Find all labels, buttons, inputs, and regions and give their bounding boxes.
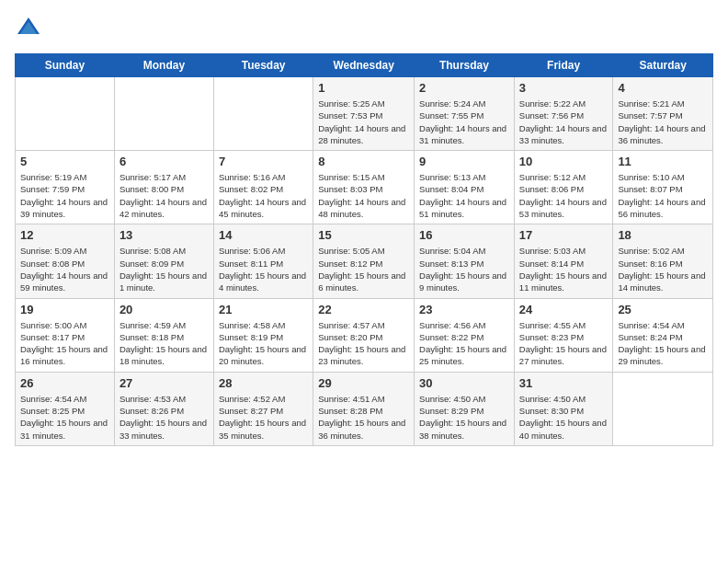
calendar-cell: 3Sunrise: 5:22 AM Sunset: 7:56 PM Daylig… bbox=[514, 77, 613, 151]
cell-info: Sunrise: 5:06 AM Sunset: 8:11 PM Dayligh… bbox=[219, 245, 308, 293]
day-header-saturday: Saturday bbox=[613, 54, 713, 77]
cell-info: Sunrise: 5:16 AM Sunset: 8:02 PM Dayligh… bbox=[219, 171, 308, 220]
calendar-cell bbox=[213, 77, 313, 151]
day-number: 7 bbox=[219, 155, 308, 168]
cell-info: Sunrise: 5:02 AM Sunset: 8:16 PM Dayligh… bbox=[618, 245, 708, 293]
week-row-1: 5Sunrise: 5:19 AM Sunset: 7:59 PM Daylig… bbox=[16, 151, 713, 224]
cell-info: Sunrise: 4:52 AM Sunset: 8:27 PM Dayligh… bbox=[219, 393, 308, 442]
day-header-monday: Monday bbox=[114, 54, 213, 77]
calendar-cell: 17Sunrise: 5:03 AM Sunset: 8:14 PM Dayli… bbox=[514, 224, 613, 298]
day-number: 2 bbox=[419, 81, 509, 95]
cell-info: Sunrise: 5:09 AM Sunset: 8:08 PM Dayligh… bbox=[20, 245, 109, 293]
cell-info: Sunrise: 4:55 AM Sunset: 8:23 PM Dayligh… bbox=[519, 319, 609, 368]
calendar-cell: 4Sunrise: 5:21 AM Sunset: 7:57 PM Daylig… bbox=[613, 77, 713, 151]
cell-info: Sunrise: 5:17 AM Sunset: 8:00 PM Dayligh… bbox=[119, 171, 209, 220]
calendar-cell: 8Sunrise: 5:15 AM Sunset: 8:03 PM Daylig… bbox=[313, 151, 415, 224]
day-number: 26 bbox=[20, 376, 109, 390]
calendar-cell: 10Sunrise: 5:12 AM Sunset: 8:06 PM Dayli… bbox=[514, 151, 613, 224]
calendar-cell: 14Sunrise: 5:06 AM Sunset: 8:11 PM Dayli… bbox=[213, 224, 313, 298]
calendar-cell: 23Sunrise: 4:56 AM Sunset: 8:22 PM Dayli… bbox=[415, 298, 515, 372]
calendar-cell: 30Sunrise: 4:50 AM Sunset: 8:29 PM Dayli… bbox=[415, 372, 515, 445]
day-header-friday: Friday bbox=[514, 54, 613, 77]
cell-info: Sunrise: 4:51 AM Sunset: 8:28 PM Dayligh… bbox=[318, 393, 409, 442]
header bbox=[15, 15, 713, 42]
day-number: 24 bbox=[519, 303, 609, 316]
cell-info: Sunrise: 4:53 AM Sunset: 8:26 PM Dayligh… bbox=[119, 393, 209, 442]
cell-info: Sunrise: 4:54 AM Sunset: 8:25 PM Dayligh… bbox=[20, 393, 109, 442]
day-number: 28 bbox=[219, 376, 308, 390]
cell-info: Sunrise: 5:12 AM Sunset: 8:06 PM Dayligh… bbox=[519, 171, 609, 220]
cell-info: Sunrise: 5:08 AM Sunset: 8:09 PM Dayligh… bbox=[119, 245, 209, 293]
calendar-cell: 16Sunrise: 5:04 AM Sunset: 8:13 PM Dayli… bbox=[415, 224, 515, 298]
day-number: 25 bbox=[618, 303, 708, 316]
day-number: 10 bbox=[519, 155, 609, 168]
day-number: 23 bbox=[419, 303, 509, 316]
calendar-cell: 12Sunrise: 5:09 AM Sunset: 8:08 PM Dayli… bbox=[16, 224, 115, 298]
calendar-cell: 15Sunrise: 5:05 AM Sunset: 8:12 PM Dayli… bbox=[313, 224, 415, 298]
calendar-cell: 21Sunrise: 4:58 AM Sunset: 8:19 PM Dayli… bbox=[213, 298, 313, 372]
calendar-cell: 9Sunrise: 5:13 AM Sunset: 8:04 PM Daylig… bbox=[415, 151, 515, 224]
calendar-cell bbox=[613, 372, 713, 445]
day-number: 6 bbox=[119, 155, 209, 168]
day-header-sunday: Sunday bbox=[16, 54, 115, 77]
cell-info: Sunrise: 5:03 AM Sunset: 8:14 PM Dayligh… bbox=[519, 245, 609, 293]
cell-info: Sunrise: 5:25 AM Sunset: 7:53 PM Dayligh… bbox=[318, 98, 409, 146]
day-number: 9 bbox=[419, 155, 509, 168]
days-header-row: SundayMondayTuesdayWednesdayThursdayFrid… bbox=[16, 54, 713, 77]
day-number: 3 bbox=[519, 81, 609, 95]
day-number: 21 bbox=[219, 303, 308, 316]
calendar-cell: 2Sunrise: 5:24 AM Sunset: 7:55 PM Daylig… bbox=[415, 77, 515, 151]
cell-info: Sunrise: 5:24 AM Sunset: 7:55 PM Dayligh… bbox=[419, 98, 509, 146]
page-container: SundayMondayTuesdayWednesdayThursdayFrid… bbox=[0, 0, 728, 455]
day-number: 16 bbox=[419, 228, 509, 242]
cell-info: Sunrise: 4:50 AM Sunset: 8:29 PM Dayligh… bbox=[419, 393, 509, 442]
cell-info: Sunrise: 5:22 AM Sunset: 7:56 PM Dayligh… bbox=[519, 98, 609, 146]
calendar-cell: 25Sunrise: 4:54 AM Sunset: 8:24 PM Dayli… bbox=[613, 298, 713, 372]
cell-info: Sunrise: 5:13 AM Sunset: 8:04 PM Dayligh… bbox=[419, 171, 509, 220]
calendar-cell: 6Sunrise: 5:17 AM Sunset: 8:00 PM Daylig… bbox=[114, 151, 213, 224]
calendar-cell: 24Sunrise: 4:55 AM Sunset: 8:23 PM Dayli… bbox=[514, 298, 613, 372]
calendar-cell bbox=[114, 77, 213, 151]
cell-info: Sunrise: 5:10 AM Sunset: 8:07 PM Dayligh… bbox=[618, 171, 708, 220]
day-number: 5 bbox=[20, 155, 109, 168]
day-number: 19 bbox=[20, 303, 109, 316]
cell-info: Sunrise: 4:54 AM Sunset: 8:24 PM Dayligh… bbox=[618, 319, 708, 368]
cell-info: Sunrise: 4:57 AM Sunset: 8:20 PM Dayligh… bbox=[318, 319, 409, 368]
day-number: 20 bbox=[119, 303, 209, 316]
day-number: 30 bbox=[419, 376, 509, 390]
week-row-2: 12Sunrise: 5:09 AM Sunset: 8:08 PM Dayli… bbox=[16, 224, 713, 298]
calendar-table: SundayMondayTuesdayWednesdayThursdayFrid… bbox=[15, 53, 713, 446]
day-number: 11 bbox=[618, 155, 708, 168]
calendar-cell: 1Sunrise: 5:25 AM Sunset: 7:53 PM Daylig… bbox=[313, 77, 415, 151]
calendar-cell: 18Sunrise: 5:02 AM Sunset: 8:16 PM Dayli… bbox=[613, 224, 713, 298]
calendar-cell bbox=[16, 77, 115, 151]
day-number: 31 bbox=[519, 376, 609, 390]
cell-info: Sunrise: 4:58 AM Sunset: 8:19 PM Dayligh… bbox=[219, 319, 308, 368]
week-row-4: 26Sunrise: 4:54 AM Sunset: 8:25 PM Dayli… bbox=[16, 372, 713, 445]
calendar-cell: 22Sunrise: 4:57 AM Sunset: 8:20 PM Dayli… bbox=[313, 298, 415, 372]
cell-info: Sunrise: 4:50 AM Sunset: 8:30 PM Dayligh… bbox=[519, 393, 609, 442]
day-number: 17 bbox=[519, 228, 609, 242]
calendar-cell: 31Sunrise: 4:50 AM Sunset: 8:30 PM Dayli… bbox=[514, 372, 613, 445]
calendar-cell: 11Sunrise: 5:10 AM Sunset: 8:07 PM Dayli… bbox=[613, 151, 713, 224]
day-number: 4 bbox=[618, 81, 708, 95]
day-number: 18 bbox=[618, 228, 708, 242]
calendar-cell: 29Sunrise: 4:51 AM Sunset: 8:28 PM Dayli… bbox=[313, 372, 415, 445]
logo bbox=[15, 15, 46, 42]
week-row-3: 19Sunrise: 5:00 AM Sunset: 8:17 PM Dayli… bbox=[16, 298, 713, 372]
day-header-wednesday: Wednesday bbox=[313, 54, 415, 77]
day-number: 27 bbox=[119, 376, 209, 390]
calendar-cell: 13Sunrise: 5:08 AM Sunset: 8:09 PM Dayli… bbox=[114, 224, 213, 298]
cell-info: Sunrise: 4:56 AM Sunset: 8:22 PM Dayligh… bbox=[419, 319, 509, 368]
calendar-cell: 20Sunrise: 4:59 AM Sunset: 8:18 PM Dayli… bbox=[114, 298, 213, 372]
calendar-cell: 27Sunrise: 4:53 AM Sunset: 8:26 PM Dayli… bbox=[114, 372, 213, 445]
calendar-cell: 7Sunrise: 5:16 AM Sunset: 8:02 PM Daylig… bbox=[213, 151, 313, 224]
day-number: 12 bbox=[20, 228, 109, 242]
day-number: 22 bbox=[318, 303, 409, 316]
logo-icon bbox=[15, 15, 42, 42]
calendar-cell: 28Sunrise: 4:52 AM Sunset: 8:27 PM Dayli… bbox=[213, 372, 313, 445]
cell-info: Sunrise: 5:21 AM Sunset: 7:57 PM Dayligh… bbox=[618, 98, 708, 146]
day-number: 15 bbox=[318, 228, 409, 242]
cell-info: Sunrise: 5:00 AM Sunset: 8:17 PM Dayligh… bbox=[20, 319, 109, 368]
cell-info: Sunrise: 5:15 AM Sunset: 8:03 PM Dayligh… bbox=[318, 171, 409, 220]
